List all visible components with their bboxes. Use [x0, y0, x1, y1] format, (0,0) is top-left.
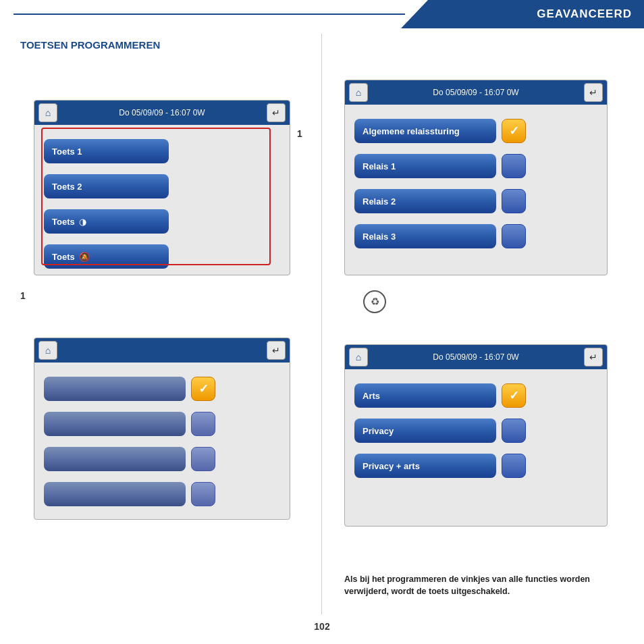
screen1-home-btn[interactable]: ⌂	[38, 103, 57, 122]
checkmark-icon: ✓	[509, 124, 519, 138]
screen4-check-3[interactable]	[502, 454, 526, 478]
screen4-row-2: Privacy	[354, 415, 597, 446]
screen3-row-2	[44, 408, 280, 439]
screen2-check-3[interactable]	[502, 189, 526, 213]
screen1-back-btn[interactable]: ↵	[267, 103, 286, 122]
screen2-btn-3[interactable]: Relais 2	[354, 189, 496, 213]
red-selection-box	[41, 128, 271, 265]
screen4-row-3: Privacy + arts	[354, 450, 597, 481]
number-label-bottom-left: 1	[20, 290, 26, 301]
home-icon-4: ⌂	[356, 352, 361, 363]
screen2-check-1[interactable]: ✓	[502, 119, 526, 143]
recycle-icon: ♻	[371, 296, 379, 308]
screen3-btn-2	[44, 412, 186, 436]
screen4-btn-2[interactable]: Privacy	[354, 419, 496, 443]
screen4-check-2[interactable]	[502, 419, 526, 443]
screen2-back-btn[interactable]: ↵	[584, 83, 603, 102]
screen3-check-1[interactable]: ✓	[191, 377, 215, 401]
screen3-check-4[interactable]	[191, 482, 215, 506]
screen3-btn-3	[44, 447, 186, 471]
home-icon-2: ⌂	[356, 87, 361, 98]
screen3-content: ✓	[34, 363, 290, 520]
screen2-btn-2[interactable]: Relais 1	[354, 154, 496, 178]
screen3-header: ⌂ ↵	[34, 338, 290, 363]
screen4-content: Arts ✓ Privacy Privacy + arts	[345, 369, 607, 492]
screen4-back-btn[interactable]: ↵	[584, 348, 603, 367]
screen2-btn-4[interactable]: Relais 3	[354, 224, 496, 248]
screen2: ⌂ Do 05/09/09 - 16:07 0W ↵ Algemene rela…	[344, 80, 608, 275]
screen2-header: ⌂ Do 05/09/09 - 16:07 0W ↵	[345, 80, 607, 105]
screen2-btn-4-label: Relais 3	[363, 232, 396, 242]
checkmark-icon-4: ✓	[509, 388, 519, 403]
screen3-btn-1	[44, 377, 186, 401]
screen1: ⌂ Do 05/09/09 - 16:07 0W ↵ Toets 1 Toets…	[34, 100, 290, 275]
screen1-header-text: Do 05/09/09 - 16:07 0W	[57, 108, 267, 117]
screen4-check-1[interactable]: ✓	[502, 383, 526, 408]
screen3-row-1: ✓	[44, 373, 280, 404]
screen2-content: Algemene relaissturing ✓ Relais 1 Relais…	[345, 105, 607, 263]
back-icon-2: ↵	[589, 87, 597, 98]
screen3: ⌂ ↵ ✓	[34, 338, 290, 520]
screen2-header-text: Do 05/09/09 - 16:07 0W	[368, 88, 584, 97]
screen4-row-1: Arts ✓	[354, 380, 597, 411]
screen4: ⌂ Do 05/09/09 - 16:07 0W ↵ Arts ✓ Privac…	[344, 344, 608, 527]
screen3-row-3	[44, 444, 280, 475]
screen3-home-btn[interactable]: ⌂	[38, 341, 57, 360]
screen3-row-4	[44, 479, 280, 510]
checkmark-icon-3: ✓	[198, 381, 209, 396]
screen2-row-3: Relais 2	[354, 186, 597, 217]
screen1-header: ⌂ Do 05/09/09 - 16:07 0W ↵	[34, 101, 290, 125]
home-icon: ⌂	[45, 107, 51, 118]
screen2-btn-3-label: Relais 2	[363, 196, 396, 207]
bottom-text: Als bij het programmeren de vinkjes van …	[344, 573, 608, 599]
screen2-home-btn[interactable]: ⌂	[349, 83, 368, 102]
page-number: 102	[314, 621, 329, 632]
header-title: GEAVANCEERD	[537, 7, 632, 21]
screen3-back-btn[interactable]: ↵	[267, 341, 286, 360]
screen4-btn-2-label: Privacy	[363, 426, 394, 436]
back-icon-3: ↵	[272, 345, 280, 356]
screen2-row-1: Algemene relaissturing ✓	[354, 115, 597, 146]
screen4-btn-1[interactable]: Arts	[354, 383, 496, 408]
screen4-btn-1-label: Arts	[363, 391, 380, 401]
back-icon: ↵	[272, 107, 280, 118]
screen2-check-2[interactable]	[502, 154, 526, 178]
number-label-top-right: 1	[297, 128, 302, 139]
screen4-header-text: Do 05/09/09 - 16:07 0W	[368, 352, 584, 362]
circle-num-icon: ♻	[363, 290, 386, 313]
screen4-home-btn[interactable]: ⌂	[349, 348, 368, 367]
home-icon-3: ⌂	[45, 345, 51, 356]
screen3-check-2[interactable]	[191, 412, 215, 436]
top-border	[14, 14, 405, 15]
screen2-btn-2-label: Relais 1	[363, 161, 396, 171]
header-bar: GEAVANCEERD	[428, 0, 644, 28]
screen4-header: ⌂ Do 05/09/09 - 16:07 0W ↵	[345, 345, 607, 369]
vertical-divider	[321, 34, 322, 614]
screen2-check-4[interactable]	[502, 224, 526, 248]
screen3-btn-4	[44, 482, 186, 506]
screen2-btn-1[interactable]: Algemene relaissturing	[354, 119, 496, 143]
screen2-btn-1-label: Algemene relaissturing	[363, 126, 460, 136]
screen2-row-4: Relais 3	[354, 221, 597, 252]
screen2-row-2: Relais 1	[354, 151, 597, 182]
screen3-check-3[interactable]	[191, 447, 215, 471]
screen4-btn-3-label: Privacy + arts	[363, 461, 420, 471]
screen4-btn-3[interactable]: Privacy + arts	[354, 454, 496, 478]
bottom-text-bold: Als bij het programmeren de vinkjes van …	[344, 574, 590, 597]
back-icon-4: ↵	[589, 352, 597, 363]
section-title: TOETSEN PROGRAMMEREN	[20, 39, 160, 51]
